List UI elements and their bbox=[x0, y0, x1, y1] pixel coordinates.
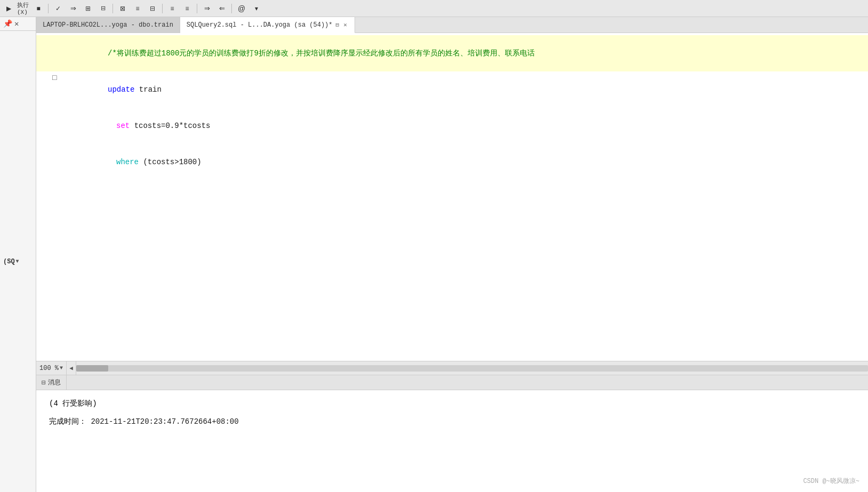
keyword-where: where bbox=[116, 158, 139, 166]
sidebar-content: (SQ ▼ bbox=[0, 31, 36, 492]
separator-2 bbox=[112, 4, 113, 13]
code-line-update: □ update train bbox=[36, 71, 868, 108]
format-button-1[interactable]: ⇒ bbox=[67, 2, 79, 15]
sidebar: 📌 ✕ (SQ ▼ bbox=[0, 17, 36, 492]
code-line-comment: /*将训练费超过1800元的学员的训练费做打9折的修改，并按培训费降序显示经此修… bbox=[36, 35, 868, 71]
completion-label: 完成时间： bbox=[49, 417, 86, 426]
editor-area: LAPTOP-BRLHCO2L...yoga - dbo.train SQLQu… bbox=[36, 17, 868, 492]
check-button[interactable]: ✓ bbox=[52, 2, 65, 15]
update-table: train bbox=[134, 85, 161, 94]
set-expression: tcosts=0.9*tcosts bbox=[130, 122, 210, 130]
zoom-arrow: ▼ bbox=[60, 365, 63, 371]
separator-5 bbox=[231, 4, 232, 13]
align-right-button[interactable]: ≡ bbox=[181, 2, 194, 15]
results-tab-bar: ⊟ 消息 bbox=[36, 375, 868, 390]
code-line-set: set tcosts=0.9*tcosts bbox=[36, 108, 868, 144]
line-content-set: set tcosts=0.9*tcosts bbox=[61, 108, 868, 143]
main-area: 📌 ✕ (SQ ▼ LAPTOP-BRLHCO2L...yoga - dbo.t… bbox=[0, 17, 868, 492]
separator-1 bbox=[48, 4, 49, 13]
bottom-bar: 100 % ▼ ◀ bbox=[36, 361, 868, 375]
sidebar-top: 📌 ✕ bbox=[0, 17, 36, 31]
align-left-button[interactable]: ≡ bbox=[166, 2, 179, 15]
keyword-set: set bbox=[116, 122, 130, 130]
tab-dbo-train[interactable]: LAPTOP-BRLHCO2L...yoga - dbo.train bbox=[36, 17, 180, 33]
tab-bar: LAPTOP-BRLHCO2L...yoga - dbo.train SQLQu… bbox=[36, 17, 868, 33]
tab-sqlquery2-label: SQLQuery2.sql - L...DA.yoga (sa (54))* bbox=[187, 21, 333, 29]
scrollbar-track[interactable] bbox=[76, 365, 868, 372]
table-button-2[interactable]: ⊟ bbox=[146, 2, 159, 15]
results-tab-label: 消息 bbox=[48, 378, 61, 387]
sql-indicator-label: (SQ bbox=[3, 258, 15, 265]
stop-button[interactable]: ■ bbox=[32, 2, 45, 15]
sql-indicator[interactable]: (SQ ▼ bbox=[3, 258, 19, 265]
results-content: (4 行受影响) 完成时间： 2021-11-21T20:23:47.76726… bbox=[36, 390, 868, 492]
close-icon[interactable]: ✕ bbox=[14, 19, 19, 28]
zoom-selector[interactable]: 100 % ▼ bbox=[36, 361, 67, 375]
scroll-left-button[interactable]: ◀ bbox=[67, 361, 76, 375]
separator-3 bbox=[162, 4, 163, 13]
at-button[interactable]: @ bbox=[235, 2, 248, 15]
plan-button[interactable]: ⊠ bbox=[116, 2, 129, 15]
tab-pin-icon[interactable]: ⊟ bbox=[336, 21, 340, 28]
tab-close-icon[interactable]: ✕ bbox=[342, 21, 348, 29]
pin-icon[interactable]: 📌 bbox=[3, 19, 12, 28]
line-content-where: where (tcosts>1800) bbox=[61, 144, 868, 180]
code-line-where: where (tcosts>1800) bbox=[36, 144, 868, 180]
scrollbar-thumb[interactable] bbox=[76, 365, 108, 372]
watermark-text: CSDN @~晓风微凉~ bbox=[803, 478, 859, 485]
outdent-button[interactable]: ⇐ bbox=[215, 2, 228, 15]
toolbar-execute-label: 执行(X) bbox=[17, 2, 30, 15]
comment-text: /*将训练费超过1800元的学员的训练费做打9折的修改，并按培训费降序显示经此修… bbox=[108, 49, 535, 58]
toolbar: ▶ 执行(X) ■ ✓ ⇒ ⊞ ⊟ ⊠ ≡ ⊟ ≡ ≡ ⇒ ⇐ @ ▾ bbox=[0, 0, 868, 17]
watermark: CSDN @~晓风微凉~ bbox=[803, 477, 859, 486]
table-button-1[interactable]: ⊟ bbox=[97, 2, 109, 15]
line-content-update: update train bbox=[61, 72, 868, 107]
cols-button[interactable]: ≡ bbox=[131, 2, 144, 15]
zoom-value: 100 % bbox=[39, 365, 59, 372]
result-rows-affected: (4 行受影响) bbox=[49, 399, 855, 408]
tab-dbo-train-label: LAPTOP-BRLHCO2L...yoga - dbo.train bbox=[43, 21, 173, 29]
results-panel: ⊟ 消息 (4 行受影响) 完成时间： 2021-11-21T20:23:47.… bbox=[36, 375, 868, 492]
indent-button[interactable]: ⇒ bbox=[200, 2, 213, 15]
more-button[interactable]: ▾ bbox=[250, 2, 263, 15]
line-expand-2: □ bbox=[52, 72, 61, 84]
sql-dropdown-arrow: ▼ bbox=[16, 259, 19, 264]
code-editor[interactable]: /*将训练费超过1800元的学员的训练费做打9折的修改，并按培训费降序显示经此修… bbox=[36, 33, 868, 361]
rows-affected-text: (4 行受影响) bbox=[49, 399, 97, 408]
tab-sqlquery2[interactable]: SQLQuery2.sql - L...DA.yoga (sa (54))* ⊟… bbox=[180, 17, 355, 33]
play-button[interactable]: ▶ bbox=[2, 2, 15, 15]
where-condition: (tcosts>1800) bbox=[139, 158, 202, 166]
completion-timestamp: 2021-11-21T20:23:47.7672664+08:00 bbox=[91, 417, 238, 426]
results-tab-messages[interactable]: ⊟ 消息 bbox=[36, 375, 67, 390]
results-icon: ⊟ bbox=[42, 378, 46, 387]
keyword-update: update bbox=[108, 85, 134, 94]
line-content-comment: /*将训练费超过1800元的学员的训练费做打9折的修改，并按培训费降序显示经此修… bbox=[61, 36, 868, 71]
grid-button[interactable]: ⊞ bbox=[82, 2, 94, 15]
separator-4 bbox=[197, 4, 197, 13]
result-completion: 完成时间： 2021-11-21T20:23:47.7672664+08:00 bbox=[49, 417, 855, 426]
